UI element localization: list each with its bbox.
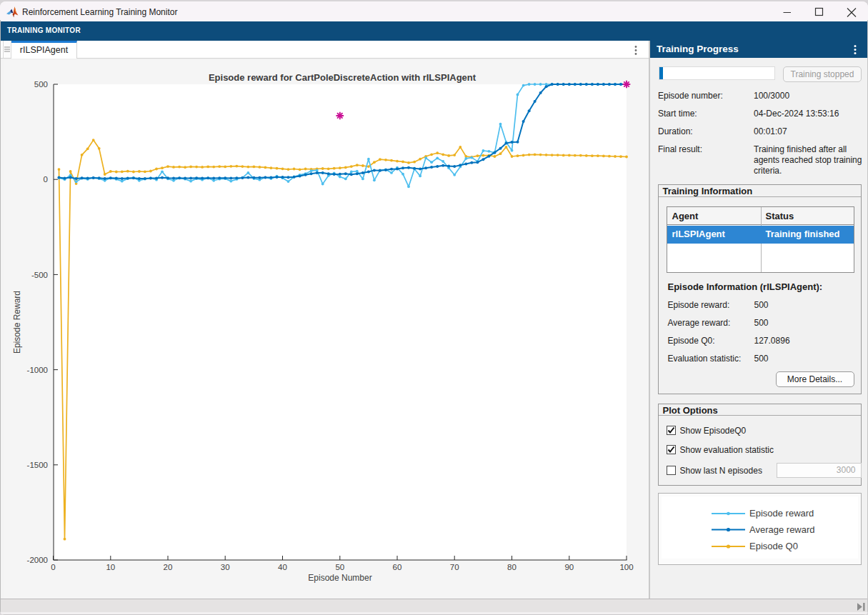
svg-text:70: 70 xyxy=(450,563,459,571)
svg-text:50: 50 xyxy=(335,563,344,571)
svg-text:Episode reward: Episode reward xyxy=(749,508,814,519)
svg-text:10: 10 xyxy=(106,563,115,571)
svg-text:Episode Reward: Episode Reward xyxy=(12,291,22,354)
svg-text:-1000: -1000 xyxy=(27,366,48,374)
svg-text:-2000: -2000 xyxy=(27,556,48,564)
svg-text:0: 0 xyxy=(51,563,55,571)
svg-text:Episode reward for CartPoleDis: Episode reward for CartPoleDiscreteActio… xyxy=(209,72,477,83)
svg-text:500: 500 xyxy=(34,80,48,89)
svg-text:60: 60 xyxy=(393,563,402,571)
svg-text:-500: -500 xyxy=(31,271,48,279)
svg-text:0: 0 xyxy=(44,175,48,184)
svg-text:-1500: -1500 xyxy=(27,461,48,469)
svg-text:90: 90 xyxy=(564,563,574,571)
svg-text:40: 40 xyxy=(278,563,287,571)
svg-text:Episode Q0: Episode Q0 xyxy=(749,541,798,551)
svg-text:100: 100 xyxy=(619,563,633,571)
svg-text:30: 30 xyxy=(221,563,230,571)
svg-text:80: 80 xyxy=(507,563,517,571)
svg-text:20: 20 xyxy=(164,563,173,571)
svg-text:Average reward: Average reward xyxy=(749,524,815,535)
svg-text:Episode Number: Episode Number xyxy=(308,573,371,583)
